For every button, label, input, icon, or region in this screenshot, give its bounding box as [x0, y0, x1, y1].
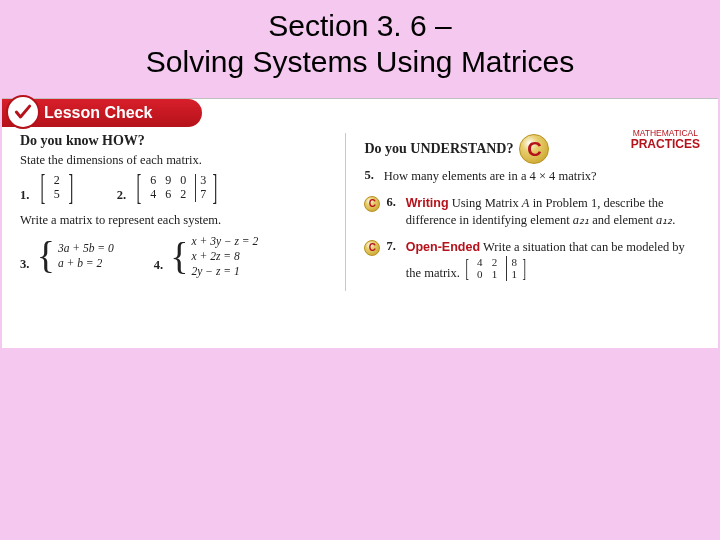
c-badge-icon: C	[364, 240, 380, 256]
c-badge-icon: C	[364, 196, 380, 212]
question-1: 1. [ 2 5 ]	[20, 174, 77, 203]
lesson-check-panel: Lesson Check Do you know HOW? State the …	[2, 98, 718, 348]
instruction-2: Write a matrix to represent each system.	[20, 213, 331, 228]
q1-number: 1.	[20, 188, 29, 202]
question-4: 4. { x + 3y − z = 2 x + 2z = 8 2y − z = …	[154, 234, 259, 279]
q1-cell-0: 2	[51, 174, 63, 188]
q6-number: 6.	[386, 195, 395, 210]
question-6: C 6. Writing Using Matrix A in Problem 1…	[364, 195, 700, 229]
q5-text: How many elements are in a 4 × 4 matrix?	[384, 168, 700, 185]
column-how: Do you know HOW? State the dimensions of…	[20, 133, 346, 291]
question-5: 5. How many elements are in a 4 × 4 matr…	[364, 168, 700, 185]
mathematical-practices-label: MATHEMATICAL PRACTICES	[631, 129, 700, 150]
question-7: C 7. Open-Ended Write a situation that c…	[364, 239, 700, 281]
instruction-1: State the dimensions of each matrix.	[20, 153, 331, 168]
title-line-2: Solving Systems Using Matrices	[20, 44, 700, 80]
q5-number: 5.	[364, 168, 373, 183]
q4-number: 4.	[154, 258, 163, 272]
q7-number: 7.	[386, 239, 395, 254]
question-2: 2. [ 6 9 0 3 4 6	[117, 174, 222, 203]
q2-number: 2.	[117, 188, 126, 202]
q7-matrix: [ 4 2 8 0 1 1	[463, 256, 529, 281]
lesson-check-banner: Lesson Check	[2, 99, 202, 127]
column-understand: MATHEMATICAL PRACTICES Do you UNDERSTAND…	[346, 133, 700, 291]
q7-text: Open-Ended Write a situation that can be…	[406, 239, 700, 281]
checkmark-icon	[6, 95, 40, 129]
q6-text: Writing Using Matrix A in Problem 1, des…	[406, 195, 700, 229]
q1-cell-1: 5	[51, 188, 63, 202]
how-heading: Do you know HOW?	[20, 133, 331, 149]
banner-label: Lesson Check	[44, 104, 152, 122]
question-3: 3. { 3a + 5b = 0 a + b = 2	[20, 241, 114, 272]
slide-title: Section 3. 6 – Solving Systems Using Mat…	[0, 0, 720, 98]
c-badge-icon: C	[519, 134, 549, 164]
q3-number: 3.	[20, 257, 29, 271]
title-line-1: Section 3. 6 –	[20, 8, 700, 44]
